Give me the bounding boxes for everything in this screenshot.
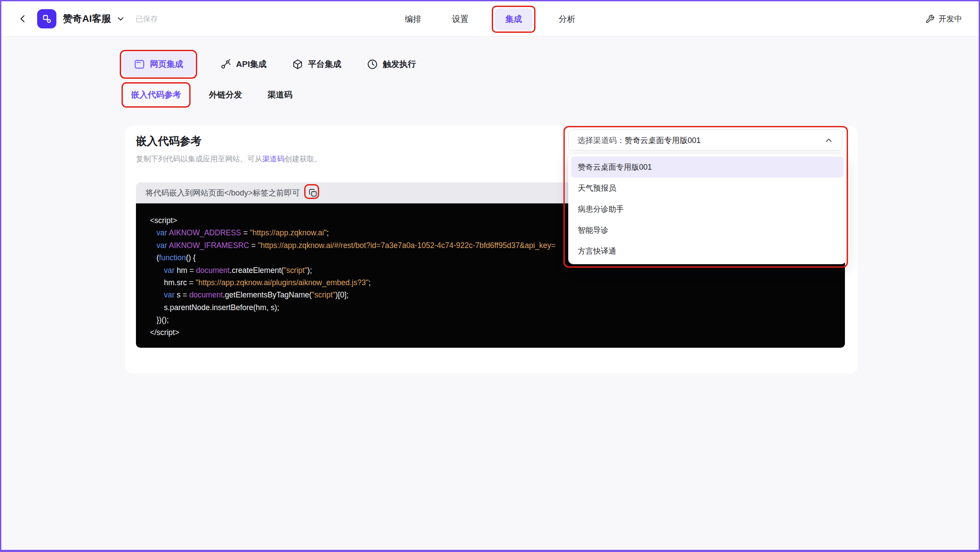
channel-code-dropdown: 选择渠道码： 赞奇云桌面专用版001 赞奇云桌面专用版001天气预报员病患分诊助… [568,129,846,264]
web-integration-subtabs: 嵌入代码参考外链分发渠道码 [122,82,299,108]
chevron-down-icon[interactable] [116,14,125,23]
content: 网页集成API集成平台集成触发执行 嵌入代码参考外链分发渠道码 嵌入代码参考 复… [1,37,979,550]
wrench-icon [925,14,935,24]
browser-icon [134,59,145,70]
dropdown-option-3[interactable]: 智能导诊 [571,220,844,241]
chevron-left-icon [18,14,28,24]
dropdown-options: 赞奇云桌面专用版001天气预报员病患分诊助手智能导诊方言快译通 [568,154,846,264]
integration-tabs: 网页集成API集成平台集成触发执行 [122,52,416,77]
cube-icon [292,59,303,70]
dev-status: 开发中 [938,14,962,24]
tab-label: API集成 [236,59,267,70]
top-nav: 编排设置集成分析 [400,1,580,37]
tab-1[interactable]: API集成 [220,52,267,77]
nav-item-2[interactable]: 集成 [495,8,532,30]
tab-label: 触发执行 [383,59,416,70]
tab-label: 网页集成 [150,59,183,70]
tab-3[interactable]: 触发执行 [367,52,416,77]
nav-item-1[interactable]: 设置 [448,8,473,30]
app-header: 赞奇AI客服 已保存 编排设置集成分析 开发中 [1,1,979,37]
subtab-1[interactable]: 外链分发 [203,82,248,108]
copy-button[interactable] [306,186,320,200]
nav-item-0[interactable]: 编排 [400,8,426,30]
annotation-box [122,82,191,108]
tab-2[interactable]: 平台集成 [292,52,341,77]
code-line: s.parentNode.insertBefore(hm, s); [164,301,845,314]
section-title: 嵌入代码参考 [136,134,202,148]
section-description: 复制下列代码以集成应用至网站。可从渠道码创建获取。 [136,154,322,164]
description-text: 复制下列代码以集成应用至网站。可从 [136,155,262,163]
annotation-box [492,6,535,33]
subtab-2[interactable]: 渠道码 [261,82,299,108]
code-line: var s = document.getElementsByTagName("s… [164,289,845,301]
code-line: </script> [150,326,845,339]
code-line: })(); [156,314,845,326]
api-icon [220,59,231,70]
nav-item-3[interactable]: 分析 [554,8,580,30]
tab-0[interactable]: 网页集成 [122,52,195,77]
save-status: 已保存 [136,14,158,24]
page: 赞奇AI客服 已保存 编排设置集成分析 开发中 网页集成API集成平台集成触发执… [0,0,980,552]
dropdown-option-4[interactable]: 方言快译通 [571,241,844,262]
tab-label: 平台集成 [308,59,341,70]
copy-icon [308,188,318,198]
header-right: 开发中 [925,14,962,24]
subtab-0[interactable]: 嵌入代码参考 [122,82,190,108]
chevron-up-icon [824,136,833,145]
dropdown-label: 选择渠道码： [577,135,625,146]
back-button[interactable] [18,14,28,24]
code-line: hm.src = "https://app.zqknow.ai/plugins/… [164,276,845,289]
dropdown-option-2[interactable]: 病患分诊助手 [571,199,844,220]
channel-select[interactable]: 选择渠道码： 赞奇云桌面专用版001 [568,129,842,151]
app-title: 赞奇AI客服 [63,12,111,25]
dropdown-option-0[interactable]: 赞奇云桌面专用版001 [571,157,844,178]
clock-icon [367,59,378,70]
code-instruction: 将代码嵌入到网站页面</body>标签之前即可 [146,188,300,198]
dropdown-option-1[interactable]: 天气预报员 [571,178,844,199]
dropdown-value: 赞奇云桌面专用版001 [625,135,701,146]
description-text: 创建获取。 [285,155,322,163]
code-line: var hm = document.createElement("script"… [164,264,845,276]
app-logo-icon [37,9,56,28]
header-left: 赞奇AI客服 已保存 [18,9,158,28]
channel-code-link[interactable]: 渠道码 [262,155,285,163]
